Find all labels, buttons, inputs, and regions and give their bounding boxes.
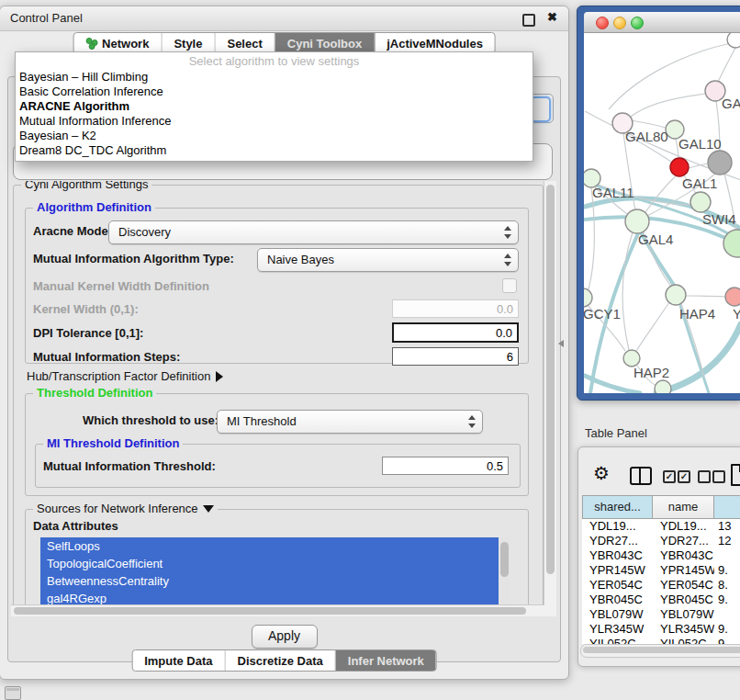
dropdown-item-bayesian-hill-climbing[interactable]: Bayesian – Hill Climbing [16, 70, 533, 85]
network-node[interactable] [584, 288, 592, 307]
hub-section-toggle[interactable]: Hub/Transcription Factor Definition [27, 369, 223, 383]
bottom-tab-discretize-data[interactable]: Discretize Data [226, 650, 336, 671]
bottom-tab-bar: Impute DataDiscretize DataInfer Network [131, 649, 437, 672]
node-label-gal10: GAL10 [678, 136, 722, 152]
node-table: shared... name YDL19...YDL19...13YDR27..… [582, 495, 740, 644]
node-label-gcy1: GCY1 [584, 306, 621, 322]
dropdown-item-basic-correlation-inference[interactable]: Basic Correlation Inference [16, 85, 533, 99]
network-node[interactable] [655, 380, 671, 393]
table-row[interactable]: YDR27...YDR27...12 [582, 534, 740, 548]
aracne-mode-value: Discovery [118, 225, 171, 239]
dropdown-item-bayesian-k2[interactable]: Bayesian – K2 [16, 129, 533, 143]
which-threshold-combobox[interactable]: MI Threshold [217, 410, 483, 434]
table-cell: YER054C [653, 578, 714, 593]
kernel-width-field[interactable] [392, 299, 519, 318]
network-node[interactable] [666, 285, 686, 305]
mi-steps-field[interactable] [392, 347, 519, 366]
column-header-name[interactable]: name [653, 495, 714, 519]
table-row[interactable]: YBL079WYBL079W [582, 607, 740, 622]
tab-jactivemnodules[interactable]: jActiveMNodules [375, 33, 495, 53]
close-traffic-light[interactable] [596, 17, 609, 29]
node-label-hap2: HAP2 [633, 365, 669, 380]
mi-type-combobox[interactable]: Naive Bayes [257, 248, 519, 272]
network-canvas[interactable]: GALGAL80GAL10GAL1GAL11SWI4GAL4GCY1HAP4YH… [584, 33, 740, 393]
document-icon[interactable] [731, 464, 740, 486]
attribute-item-betweennesscentrality[interactable]: BetweennessCentrality [40, 572, 510, 590]
tab-style[interactable]: Style [162, 33, 215, 53]
column-header-partial[interactable] [714, 495, 740, 519]
table-row[interactable]: YIL052CYIL052C9. [582, 637, 740, 644]
mi-threshold-field[interactable] [382, 457, 509, 475]
table-cell: YPR145W [582, 563, 653, 578]
table-cell: YDR27... [653, 534, 714, 548]
tab-network[interactable]: Network [73, 33, 162, 53]
checked-checkbox-icon[interactable]: ✓ [678, 470, 690, 483]
unchecked-checkbox-icon[interactable] [712, 470, 725, 483]
focus-ring [531, 96, 551, 122]
zoom-traffic-light[interactable] [631, 17, 644, 29]
table-row[interactable]: YBR043CYBR043C [582, 548, 740, 563]
table-row[interactable]: YDL19...YDL19...13 [582, 519, 740, 534]
network-node[interactable] [625, 209, 649, 233]
manual-kernel-checkbox[interactable] [502, 278, 517, 293]
sources-toggle[interactable]: Sources for Network Inference [33, 502, 218, 515]
attribute-item-selfloops[interactable]: SelfLoops [40, 537, 510, 555]
minimized-window-icon[interactable] [5, 686, 21, 700]
table-row[interactable]: YER054CYER054C8. [582, 578, 740, 593]
table-cell [714, 607, 740, 622]
window-title: Control Panel [10, 11, 83, 25]
list-scrollbar[interactable] [499, 537, 510, 609]
settings-scrollpane: Cyni Algorithm Settings Algorithm Defini… [11, 181, 556, 616]
dropdown-item-dream8-dc-tdc-algorithm[interactable]: Dream8 DC_TDC Algorithm [16, 143, 533, 158]
dropdown-item-aracne-algorithm[interactable]: ARACNE Algorithm [16, 99, 533, 114]
tab-label: Discretize Data [238, 654, 323, 668]
attribute-item-topologicalcoefficient[interactable]: TopologicalCoefficient [40, 555, 510, 572]
bottom-tab-impute-data[interactable]: Impute Data [132, 650, 225, 671]
table-row[interactable]: YLR345WYLR345W9. [582, 622, 740, 637]
close-icon[interactable]: ✖ [547, 10, 557, 24]
network-window-titlebar[interactable] [584, 12, 740, 33]
network-node[interactable] [708, 151, 732, 175]
node-label-gal1: GAL1 [682, 175, 717, 191]
table-cell: YLR345W [582, 622, 653, 637]
table-row[interactable]: YPR145WYPR145W9. [582, 563, 740, 578]
minimize-traffic-light[interactable] [613, 17, 626, 29]
settings-horizontal-scrollbar[interactable] [11, 604, 544, 616]
table-row[interactable]: YBR045CYBR045C9. [582, 593, 740, 607]
apply-button[interactable]: Apply [252, 625, 318, 649]
column-header-shared-name[interactable]: shared... [582, 495, 653, 519]
checked-checkbox-icon[interactable]: ✓ [663, 470, 676, 483]
tab-label: Impute Data [144, 654, 212, 668]
node-label-y: Y [733, 306, 740, 322]
dpi-tolerance-field[interactable] [392, 322, 519, 343]
network-node[interactable] [670, 158, 689, 176]
tab-select[interactable]: Select [215, 33, 275, 53]
node-label-gal: GAL [722, 96, 740, 111]
gear-icon[interactable]: ⚙ [593, 463, 610, 483]
aracne-mode-combobox[interactable]: Discovery [108, 220, 519, 244]
table-cell: YBL079W [653, 607, 714, 622]
expanded-arrow-icon [203, 505, 214, 513]
bottom-tab-infer-network[interactable]: Infer Network [336, 650, 436, 671]
node-label-gal4: GAL4 [638, 231, 673, 247]
network-node[interactable] [725, 288, 740, 306]
float-window-icon[interactable] [522, 14, 535, 27]
panel-splitter-handle[interactable] [558, 340, 564, 347]
spinner-arrows-icon [468, 414, 476, 429]
spinner-arrows-icon [504, 225, 511, 240]
network-node[interactable] [727, 33, 740, 48]
sources-title: Sources for Network Inference [37, 502, 198, 515]
network-node[interactable] [690, 192, 711, 212]
unchecked-checkbox-icon[interactable] [698, 470, 711, 483]
settings-vertical-scrollbar[interactable] [544, 181, 556, 616]
group-title: Cyni Algorithm Settings [21, 181, 151, 191]
tab-cyni-toolbox[interactable]: Cyni Toolbox [275, 33, 375, 53]
table-cell: YBR043C [653, 548, 714, 563]
table-horizontal-scrollbar[interactable] [580, 644, 740, 658]
dropdown-item-mutual-information-inference[interactable]: Mutual Information Inference [16, 114, 533, 129]
column-layout-icon[interactable] [630, 467, 652, 485]
kernel-width-label: Kernel Width (0,1): [33, 302, 139, 316]
data-attributes-label: Data Attributes [33, 519, 118, 533]
table-cell: 12 [714, 534, 740, 548]
node-label-swi4: SWI4 [702, 211, 736, 227]
